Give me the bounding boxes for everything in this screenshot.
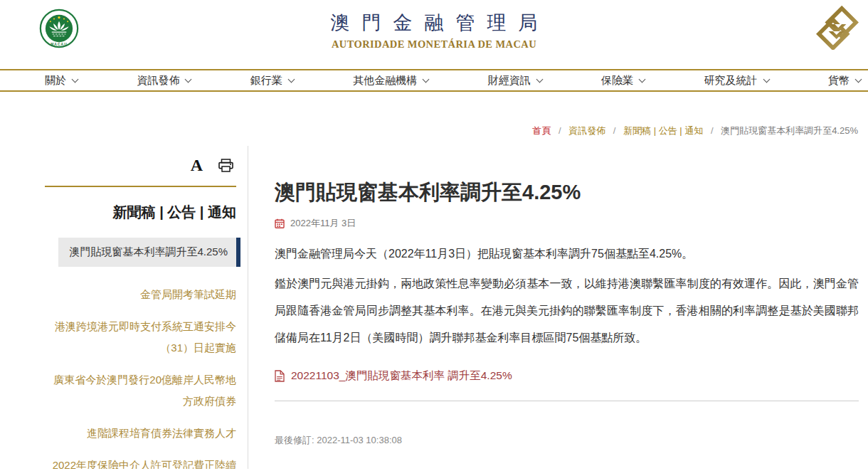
chevron-down-icon [763,76,770,83]
nav-item-label: 保險業 [601,74,633,88]
chevron-down-icon [185,76,192,83]
breadcrumb-separator: / [613,125,616,136]
breadcrumb: 首頁 / 資訊發佈 / 新聞稿 | 公告 | 通知 / 澳門貼現窗基本利率調升至… [0,125,858,137]
article-body: 澳門金融管理局今天（2022年11月3日）把貼現窗基本利率調升75個基點至4.2… [275,240,859,351]
sidebar: A 新聞稿 | 公告 | 通知 澳門貼現窗基本利率調升至4.25% 金管局開考筆… [48,146,248,469]
nav-item-research-statistics[interactable]: 研究及統計 [704,74,769,88]
nav-item-news-release[interactable]: 資訊發佈 [137,74,191,88]
article-date-row: 2022年11月 3日 [275,217,859,230]
nav-item-other-financial-institutions[interactable]: 其他金融機構 [353,74,428,88]
article-paragraph: 澳門金融管理局今天（2022年11月3日）把貼現窗基本利率調升75個基點至4.2… [275,240,859,268]
sidebar-item-insurance-fee-refund[interactable]: 2022年度保險中介人許可登記費正陸續退回 [48,455,236,469]
pdf-icon [275,370,285,382]
print-icon[interactable] [218,159,233,172]
article-paragraph: 鑑於澳門元與港元掛鈎，兩地政策性息率變動必須基本一致，以維持港澳聯繫匯率制度的有… [275,270,859,351]
breadcrumb-news-release-link[interactable]: 資訊發佈 [568,125,605,136]
sidebar-item-active[interactable]: 澳門貼現窗基本利率調升至4.25% [58,238,240,267]
breadcrumb-separator: / [711,125,714,136]
chevron-down-icon [639,76,646,83]
chevron-down-icon [287,76,295,83]
site-header: MACAU 澳門金融管理局 AUTORIDADE MONETÁRIA DE MA… [0,0,868,69]
attachment-pdf-link[interactable]: 20221103_澳門貼現窗基本利率 調升至4.25% [291,369,512,383]
print-icon-svg [218,159,233,172]
sidebar-heading: 新聞稿 | 公告 | 通知 [48,203,248,221]
nav-item-about[interactable]: 關於 [45,74,78,88]
page: MACAU 澳門金融管理局 AUTORIDADE MONETÁRIA DE MA… [0,0,868,471]
nav-item-financial-info[interactable]: 財經資訊 [488,74,542,88]
nav-item-label: 資訊發佈 [137,74,179,88]
nav-item-label: 銀行業 [250,74,282,88]
sidebar-tools: A [48,156,248,174]
breadcrumb-separator: / [559,125,561,136]
calendar-icon [275,218,285,228]
sidebar-item-bond-law-course[interactable]: 進階課程培育債券法律實務人才 [48,423,236,444]
font-size-icon[interactable]: A [191,157,203,174]
last-modified: 最後修訂: 2022-11-03 10:38:08 [275,434,859,447]
nav-item-label: 財經資訊 [488,74,531,88]
breadcrumb-current-page: 澳門貼現窗基本利率調升至4.25% [721,125,858,136]
nav-item-label: 關於 [45,74,66,88]
chevron-down-icon [72,76,79,83]
site-title-block: 澳門金融管理局 AUTORIDADE MONETÁRIA DE MACAU [0,10,868,51]
chevron-down-icon [536,76,543,83]
nav-item-insurance[interactable]: 保險業 [601,74,645,88]
nav-item-banking[interactable]: 銀行業 [250,74,294,88]
sidebar-item-hkd-payment-system[interactable]: 港澳跨境港元即時支付系統互通安排今（31）日起實施 [48,316,236,359]
site-title-chinese: 澳門金融管理局 [0,10,868,36]
breadcrumb-press-notice-link[interactable]: 新聞稿 | 公告 | 通知 [623,125,703,136]
article: 澳門貼現窗基本利率調升至4.25% 2022年11月 3日 澳門金融管理局今天（… [248,146,868,469]
sidebar-item-guangdong-bonds[interactable]: 廣東省今於澳門發行20億離岸人民幣地方政府債券 [48,369,236,412]
sidebar-links: 金管局開考筆試延期 港澳跨境港元即時支付系統互通安排今（31）日起實施 廣東省今… [48,284,248,469]
nav-item-currency[interactable]: 貨幣 [828,74,861,88]
nav-item-label: 其他金融機構 [353,74,417,88]
attachment-row: 20221103_澳門貼現窗基本利率 調升至4.25% [275,369,859,383]
article-date: 2022年11月 3日 [290,217,356,230]
amcm-diamond-logo-icon[interactable] [815,6,859,50]
breadcrumb-home-link[interactable]: 首頁 [532,125,551,136]
article-divider [275,401,859,401]
content-area: A 新聞稿 | 公告 | 通知 澳門貼現窗基本利率調升至4.25% 金管局開考筆… [0,146,868,469]
main-nav: 關於 資訊發佈 銀行業 其他金融機構 財經資訊 保險業 研究及統計 貨幣 [0,69,868,92]
chevron-down-icon [855,76,862,83]
article-title: 澳門貼現窗基本利率調升至4.25% [275,178,859,206]
amcm-logo-svg [815,6,859,50]
nav-item-label: 研究及統計 [704,74,758,88]
nav-item-label: 貨幣 [828,74,850,88]
sidebar-item-exam-postponed[interactable]: 金管局開考筆試延期 [48,284,236,305]
site-title-portuguese: AUTORIDADE MONETÁRIA DE MACAU [0,38,868,51]
sidebar-gold-rule [45,186,236,187]
chevron-down-icon [423,76,430,83]
